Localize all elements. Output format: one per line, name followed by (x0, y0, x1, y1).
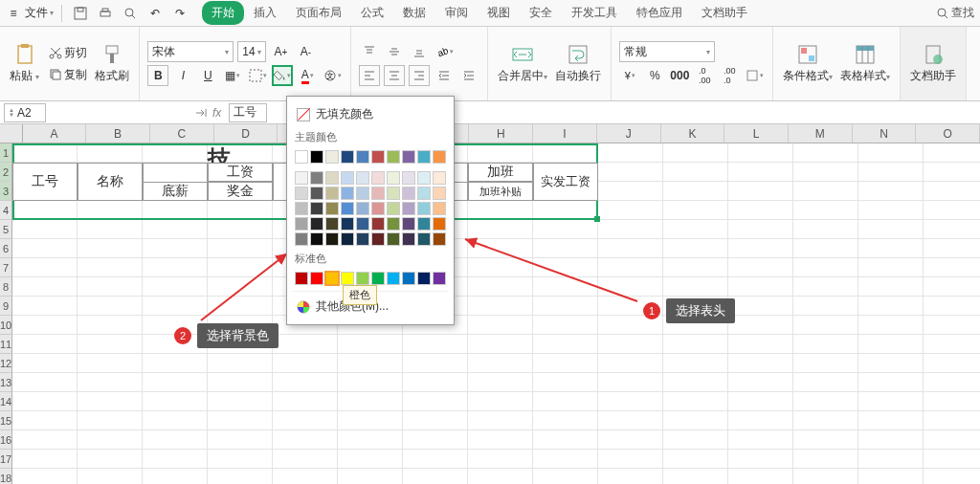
color-swatch[interactable] (295, 150, 308, 164)
row-header[interactable]: 15 (0, 411, 12, 430)
tab-dev[interactable]: 开发工具 (562, 1, 627, 25)
color-swatch[interactable] (387, 217, 400, 231)
paste-button[interactable]: 粘贴 ▾ (8, 39, 41, 88)
align-bottom-icon[interactable] (409, 41, 430, 62)
color-swatch[interactable] (325, 171, 339, 185)
color-swatch[interactable] (310, 171, 323, 185)
nav-arrows-icon[interactable]: ▲▼ (9, 108, 14, 118)
color-swatch[interactable] (325, 272, 339, 285)
col-header[interactable]: B (86, 124, 150, 143)
no-fill-option[interactable]: 无填充颜色 (293, 102, 448, 126)
cells-area[interactable]: 技 工号 名称 底薪 工资 奖金 早退 加班 (12, 143, 980, 484)
color-swatch[interactable] (402, 272, 415, 285)
border-style-icon[interactable]: ▾ (247, 65, 268, 86)
color-swatch[interactable] (341, 217, 354, 231)
col-header[interactable]: I (533, 124, 597, 143)
row-header[interactable]: 10 (0, 316, 12, 335)
format-painter-button[interactable]: 格式刷 (93, 39, 131, 88)
percent-icon[interactable]: % (644, 65, 665, 86)
color-swatch[interactable] (341, 202, 354, 215)
tab-feature[interactable]: 特色应用 (627, 1, 692, 25)
color-swatch[interactable] (325, 217, 339, 231)
format-icon[interactable]: ▾ (744, 65, 765, 86)
tab-insert[interactable]: 插入 (244, 1, 286, 25)
color-swatch[interactable] (341, 150, 354, 164)
color-swatch[interactable] (295, 272, 308, 285)
color-swatch[interactable] (371, 171, 385, 185)
row-header[interactable]: 17 (0, 450, 12, 469)
col-header[interactable]: L (724, 124, 789, 143)
color-swatch[interactable] (310, 202, 323, 215)
row-header[interactable]: 5 (0, 220, 12, 239)
color-swatch[interactable] (341, 187, 354, 200)
cut-button[interactable]: 剪切 (45, 43, 91, 63)
row-header[interactable]: 4 (0, 201, 12, 220)
row-header[interactable]: 3 (0, 182, 12, 201)
color-swatch[interactable] (325, 232, 339, 246)
align-middle-icon[interactable] (384, 41, 405, 62)
tab-start[interactable]: 开始 (202, 1, 244, 25)
copy-button[interactable]: 复制 (45, 65, 91, 85)
table-cell[interactable]: 实发工资 (533, 163, 598, 201)
color-swatch[interactable] (433, 217, 446, 231)
preview-icon[interactable] (120, 3, 141, 24)
orientation-icon[interactable]: ab▾ (434, 41, 455, 62)
tab-formula[interactable]: 公式 (351, 1, 393, 25)
row-header[interactable]: 18 (0, 469, 12, 484)
color-swatch[interactable] (371, 202, 385, 215)
merge-center-button[interactable]: 合并居中▾ (496, 39, 549, 88)
color-swatch[interactable] (310, 150, 323, 164)
color-swatch[interactable] (417, 171, 431, 185)
color-swatch[interactable] (295, 202, 308, 215)
row-header[interactable]: 8 (0, 277, 12, 297)
color-swatch[interactable] (387, 272, 400, 285)
color-swatch[interactable] (310, 272, 323, 285)
color-swatch[interactable] (417, 272, 431, 285)
color-swatch[interactable] (387, 150, 400, 164)
currency-icon[interactable]: ¥▾ (619, 65, 640, 86)
color-swatch[interactable] (310, 187, 323, 200)
color-swatch[interactable] (371, 272, 385, 285)
font-color-icon[interactable]: A▾ (297, 65, 318, 86)
formula-input[interactable]: 工号 (229, 103, 267, 122)
color-swatch[interactable] (433, 150, 446, 164)
font-size-select[interactable]: 14▾ (237, 41, 266, 62)
align-center-icon[interactable] (384, 65, 405, 86)
color-swatch[interactable] (325, 150, 339, 164)
color-swatch[interactable] (325, 187, 339, 200)
color-swatch[interactable] (433, 272, 446, 285)
col-header[interactable]: A (23, 124, 87, 143)
table-cell[interactable]: 底薪 (143, 182, 208, 201)
table-cell[interactable]: 加班补贴 (468, 182, 533, 201)
color-swatch[interactable] (402, 202, 415, 215)
color-swatch[interactable] (295, 232, 308, 246)
indent-increase-icon[interactable] (458, 65, 479, 86)
redo-icon[interactable]: ↷ (169, 3, 190, 24)
color-swatch[interactable] (295, 171, 308, 185)
search-button[interactable]: 查找 (937, 5, 974, 21)
undo-icon[interactable]: ↶ (145, 3, 166, 24)
col-header[interactable]: O (916, 124, 980, 143)
color-swatch[interactable] (387, 171, 400, 185)
tab-layout[interactable]: 页面布局 (286, 1, 351, 25)
color-swatch[interactable] (356, 217, 369, 231)
underline-icon[interactable]: U (197, 65, 218, 86)
fill-color-button[interactable]: ▾ (272, 65, 293, 86)
row-header[interactable]: 12 (0, 354, 12, 373)
color-swatch[interactable] (417, 150, 431, 164)
tab-view[interactable]: 视图 (478, 1, 520, 25)
row-header[interactable]: 9 (0, 297, 12, 316)
fx-icon[interactable]: fx (212, 106, 221, 120)
color-swatch[interactable] (402, 217, 415, 231)
row-header[interactable]: 2 (0, 163, 12, 182)
font-name-select[interactable]: 宋体▾ (147, 41, 234, 62)
table-cell[interactable]: 名称 (78, 163, 143, 201)
row-header[interactable]: 11 (0, 335, 12, 354)
color-swatch[interactable] (402, 232, 415, 246)
color-swatch[interactable] (402, 187, 415, 200)
tab-data[interactable]: 数据 (393, 1, 435, 25)
row-header[interactable]: 1 (0, 143, 12, 163)
color-swatch[interactable] (341, 232, 354, 246)
increase-decimal-icon[interactable]: .0.00 (694, 65, 715, 86)
color-swatch[interactable] (417, 232, 431, 246)
